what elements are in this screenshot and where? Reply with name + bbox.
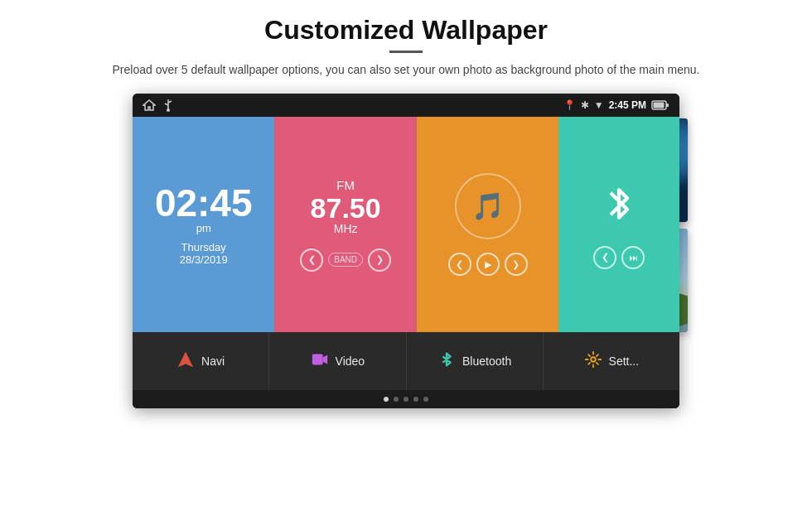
- bluetooth-large-icon: [602, 181, 636, 236]
- status-right: 📍 ✱ ▼ 2:45 PM: [563, 99, 669, 111]
- svg-rect-7: [654, 103, 665, 109]
- radio-frequency: 87.50: [311, 194, 381, 222]
- music-controls: ❮ ▶ ❯: [448, 253, 528, 276]
- nav-navi[interactable]: Navi: [133, 332, 269, 390]
- clock-date: 28/3/2019: [180, 253, 228, 266]
- dot-1: [384, 397, 389, 402]
- bt-skip-button[interactable]: ⏭: [621, 246, 645, 269]
- tiles-row: 02:45 pm Thursday 28/3/2019 FM 87.50 MHz…: [133, 117, 679, 332]
- location-icon: 📍: [563, 99, 576, 111]
- home-icon: [143, 99, 156, 111]
- dot-2: [394, 397, 399, 402]
- svg-marker-0: [143, 100, 155, 110]
- svg-rect-6: [666, 104, 669, 107]
- signal-icon: ▼: [594, 99, 604, 111]
- music-prev-button[interactable]: ❮: [448, 253, 471, 276]
- battery-icon: [651, 100, 669, 110]
- nav-video[interactable]: Video: [269, 332, 406, 390]
- bt-status-icon: ✱: [581, 99, 589, 111]
- music-circle: 🎵: [455, 173, 521, 239]
- svg-point-2: [167, 109, 170, 112]
- radio-unit: MHz: [334, 222, 358, 235]
- clock-ampm: pm: [196, 222, 211, 234]
- app-area: 02:45 pm Thursday 28/3/2019 FM 87.50 MHz…: [133, 117, 679, 408]
- video-icon: [311, 350, 329, 373]
- music-note-icon: 🎵: [471, 190, 505, 222]
- nav-settings[interactable]: Sett...: [544, 332, 679, 390]
- clock-tile: 02:45 pm Thursday 28/3/2019: [133, 117, 274, 332]
- radio-tile: FM 87.50 MHz ❮ BAND ❯: [274, 117, 416, 332]
- dot-3: [404, 397, 408, 402]
- nav-video-label: Video: [336, 354, 365, 368]
- clock-time: 02:45: [155, 184, 253, 222]
- title-divider: [389, 51, 423, 53]
- radio-band-button[interactable]: BAND: [328, 253, 363, 267]
- svg-point-11: [591, 357, 596, 362]
- nav-navi-label: Navi: [201, 354, 225, 368]
- main-content: 📍 ✱ ▼ 2:45 PM 02:45 pm: [133, 94, 679, 408]
- bt-controls: ❮ ⏭: [593, 246, 645, 269]
- navi-icon: [176, 350, 195, 373]
- music-tile: 🎵 ❮ ▶ ❯: [417, 117, 558, 332]
- nav-bluetooth-label: Bluetooth: [462, 354, 511, 368]
- music-next-button[interactable]: ❯: [505, 253, 528, 276]
- status-left: [143, 99, 174, 112]
- status-bar: 📍 ✱ ▼ 2:45 PM: [133, 94, 679, 117]
- nav-bluetooth[interactable]: Bluetooth: [407, 332, 544, 390]
- page-title: Customized Wallpaper: [264, 15, 548, 46]
- nav-bluetooth-icon: [437, 350, 456, 373]
- subtitle: Preload over 5 default wallpaper options…: [112, 61, 699, 79]
- radio-controls: ❮ BAND ❯: [300, 248, 391, 272]
- dot-4: [413, 397, 418, 402]
- settings-icon: [584, 350, 602, 373]
- dot-5: [423, 397, 428, 402]
- bt-prev-button[interactable]: ❮: [593, 246, 616, 269]
- nav-row: Navi Video: [133, 332, 679, 390]
- svg-marker-10: [322, 354, 327, 364]
- bluetooth-tile: ❮ ⏭: [558, 117, 679, 332]
- radio-prev-button[interactable]: ❮: [300, 248, 323, 272]
- clock-day: Thursday: [181, 241, 226, 253]
- svg-rect-9: [312, 354, 322, 364]
- usb-icon: [162, 99, 174, 112]
- nav-settings-label: Sett...: [609, 354, 640, 368]
- page-dots: [133, 390, 679, 408]
- svg-marker-8: [178, 351, 193, 366]
- device-screen: 📍 ✱ ▼ 2:45 PM 02:45 pm: [133, 94, 679, 408]
- status-time: 2:45 PM: [609, 99, 646, 111]
- radio-label: FM: [336, 178, 355, 192]
- radio-next-button[interactable]: ❯: [368, 248, 391, 272]
- music-play-button[interactable]: ▶: [476, 253, 500, 276]
